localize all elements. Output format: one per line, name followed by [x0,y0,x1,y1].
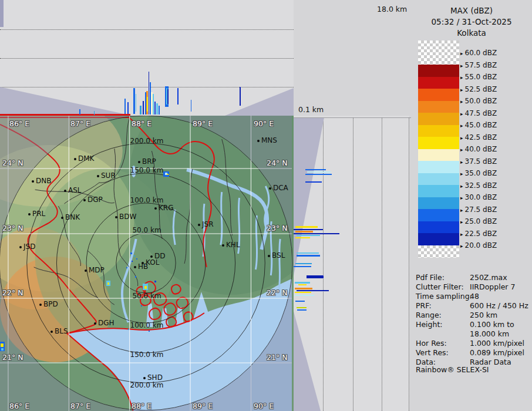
echo-bar [297,307,307,308]
color-scale-tick-label: ▸40.0 dBZ [460,145,497,153]
city-dot [97,175,99,177]
echo-bar [124,99,126,114]
tick-label-text: 55.0 dBZ [465,73,497,81]
city-dot [94,322,96,325]
echo-bar [305,169,326,170]
latitude-label: 23° N [267,224,287,233]
city-dot [50,331,53,333]
city-label: HB [138,262,148,271]
metadata-value: 1.000 km/pixel [470,339,524,348]
echo-bar [297,309,307,311]
city-label: PRL [32,210,45,218]
city-dot [64,190,66,192]
echo-bar [133,88,135,114]
longitude-label: 90° E [254,402,274,410]
echo-bar [154,102,156,114]
metadata-value: IIRDoppler 7 [470,282,515,291]
metadata-label: Vert Res: [416,348,449,357]
longitude-label: 90° E [254,119,274,128]
latitude-label: 21° N [267,353,287,362]
tick-label-text: 32.5 dBZ [465,181,497,190]
tick-arrow-icon: ▸ [460,111,463,117]
color-scale-band [418,65,459,77]
metadata-label: Range: [416,311,442,319]
tick-label-text: 27.5 dBZ [465,206,497,214]
city-label: DGH [98,319,115,327]
city-label: DMK [78,154,94,163]
tick-arrow-icon: ▸ [460,135,463,141]
map-labels: 86° E86° E87° E87° E88° E88° E89° E89° E… [0,116,294,411]
echo-bar [153,94,154,114]
latitude-label: 23° N [2,224,23,233]
color-scale-band [418,161,459,173]
radar-application-window: { "header": { "product": "MAX (dBZ)", "d… [0,0,532,411]
range-ring-label: 150.0 km [130,351,164,359]
strip-echoes [294,116,409,411]
color-scale-band [418,185,459,197]
color-scale-band [418,113,459,125]
longitude-label: 87° E [70,119,90,128]
echo-bar [297,255,320,257]
echo-bar [295,295,314,296]
tick-arrow-icon: ▸ [460,219,463,225]
tick-arrow-icon: ▸ [460,123,463,129]
tick-arrow-icon: ▸ [460,207,463,213]
echo-bar [297,252,319,254]
color-scale-band [418,77,459,89]
metadata-value: 600 Hz / 450 Hz [470,301,528,310]
profile-min-height-label: 0.1 km [298,105,324,114]
range-ring-label: 150.0 km [130,166,164,174]
color-scale-tick-label: ▸22.5 dBZ [460,230,497,238]
color-scale-tick-label: ▸57.5 dBZ [460,61,497,69]
profile-max-height-label: 18.0 km [377,5,407,14]
color-scale-band [418,89,459,101]
product-title: MAX (dBZ) [411,6,532,15]
color-scale-band [418,137,459,149]
tick-arrow-icon: ▸ [460,243,463,249]
echo-bar [167,89,169,104]
range-ring-label: 100.0 km [130,196,164,204]
range-ring-label: 50.0 km [132,226,161,234]
city-dot [134,266,136,268]
longitude-label: 86° E [9,119,29,128]
longitude-label: 89° E [193,402,213,410]
city-label: DCA [273,184,288,192]
echo-bar [295,288,312,289]
echo-bar [295,231,313,233]
color-scale-tick-label: ▸30.0 dBZ [460,193,497,201]
panel-border [294,117,417,118]
tick-label-text: 50.0 dBZ [465,97,497,105]
latitude-label: 21° N [2,353,23,362]
tick-label-text: 40.0 dBZ [465,145,497,153]
metadata-value: 0.089 km/pixel [470,348,524,357]
city-label: DGP [87,196,103,204]
metadata-value: 0.100 km to [470,320,514,329]
metadata-value: Radar Data [470,358,511,366]
echo-bar [305,174,332,175]
tick-label-text: 35.0 dBZ [465,169,497,177]
city-dot [32,180,34,183]
color-scale-band [418,221,459,234]
color-scale-tick-label: ▸42.5 dBZ [460,133,497,142]
tick-arrow-icon: ▸ [460,87,463,93]
tick-arrow-icon: ▸ [460,183,463,189]
city-dot [268,255,270,257]
tick-arrow-icon: ▸ [460,195,463,201]
echo-bar [295,301,305,302]
city-label: KHL [226,241,240,249]
tick-label-text: 25.0 dBZ [465,217,497,225]
echo-bar [297,290,329,291]
color-scale-band [418,233,459,245]
color-scale-tick-label: ▸25.0 dBZ [460,217,497,225]
color-scale-tick-label: ▸37.5 dBZ [460,157,497,166]
echo-bar [295,226,318,228]
latitude-label: 22° N [2,288,23,297]
longitude-label: 86° E [9,402,29,410]
range-ring-label: 200.0 km [130,381,164,389]
metadata-label: Height: [416,320,443,329]
tick-arrow-icon: ▸ [460,99,463,105]
city-label: JSD [23,242,35,251]
echo-bar [298,284,307,285]
city-dot [222,244,224,247]
color-scale-underflow-band [418,245,459,258]
